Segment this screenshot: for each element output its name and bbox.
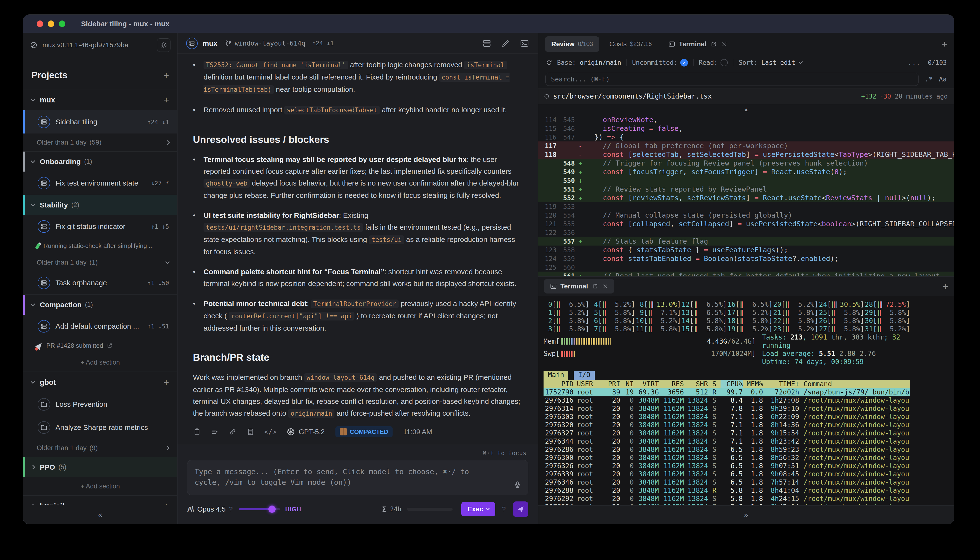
diff-line[interactable]: 549 + const [focusTrigger, setFocusTrigg…: [538, 167, 954, 176]
close-window-button[interactable]: [37, 20, 43, 27]
external-link-icon[interactable]: [592, 283, 598, 289]
zoom-window-button[interactable]: [59, 20, 65, 27]
diff-line[interactable]: 122556: [538, 228, 954, 237]
settings-button[interactable]: [157, 38, 171, 52]
document-icon[interactable]: [246, 428, 255, 436]
workspace-item[interactable]: Fix git status indicator↑1 ↓5: [23, 215, 177, 238]
add-section-button[interactable]: + Add section: [23, 353, 177, 372]
process-row[interactable]: 2976300root 200 3848M1162M13824 S 6.51.8…: [544, 454, 910, 462]
new-terminal-button[interactable]: +: [943, 282, 948, 291]
add-workspace-button[interactable]: +: [164, 378, 169, 387]
process-row[interactable]: 1752790root 3919 69.3G3656512 R 99.70.0 …: [544, 388, 910, 397]
effort-slider[interactable]: [239, 508, 280, 510]
section-row[interactable]: Compaction(1): [23, 295, 177, 315]
workspace-item[interactable]: Fix test environment state↓27 *: [23, 172, 177, 195]
older-group-row[interactable]: Older than 1 day(59): [23, 133, 177, 151]
project-row[interactable]: gbot+: [23, 372, 177, 393]
workspace-item[interactable]: Analyze Sharpe ratio metrics: [23, 416, 177, 439]
older-group-row[interactable]: Older than 1 day(1): [23, 253, 177, 271]
new-tab-button[interactable]: +: [942, 39, 947, 49]
process-row[interactable]: 2976346root 200 3848M1162M13824 S 6.51.8…: [544, 478, 910, 487]
tab-costs[interactable]: Costs$237.16: [603, 37, 658, 52]
send-button[interactable]: [513, 502, 528, 517]
diff-file-header[interactable]: src/browser/components/RightSidebar.tsx …: [538, 88, 954, 104]
tab-review[interactable]: Review 0/103: [545, 37, 599, 52]
edit-icon[interactable]: [501, 38, 510, 48]
add-section-button[interactable]: + Add section: [23, 477, 177, 495]
process-row[interactable]: 2976339root 200 3848M1162M13824 S 6.51.8…: [544, 470, 910, 478]
regex-toggle[interactable]: .*: [925, 75, 933, 83]
link-icon[interactable]: [229, 428, 237, 436]
tab-terminal[interactable]: Terminal: [662, 37, 734, 52]
collapse-sidebar-button[interactable]: «: [98, 510, 102, 519]
process-row[interactable]: 2976314root 200 3848M1162M13824 S 7.81.8…: [544, 405, 910, 413]
diff-line[interactable]: 123558 const { statsTabState } = useFeat…: [538, 245, 954, 254]
diff-line[interactable]: 120554 // Manual collapse state (persist…: [538, 211, 954, 220]
diff-line[interactable]: 561 + // Read last-used focused tab for …: [538, 272, 954, 277]
diff-line[interactable]: 550 +: [538, 176, 954, 185]
htop-tab-main[interactable]: Main: [544, 371, 569, 380]
read-checkbox[interactable]: [721, 59, 728, 66]
sort-select[interactable]: Last edit: [761, 59, 795, 66]
process-table-header[interactable]: PIDUSERPRINIVIRTRESSHRSCPU%MEM%TIME+Comm…: [544, 380, 910, 388]
process-row[interactable]: 2976316root 200 3848M1162M13824 S 8.41.8…: [544, 397, 910, 405]
search-input[interactable]: [545, 73, 918, 86]
process-row[interactable]: 2976286root 200 3848M1162M13824 S 6.51.8…: [544, 445, 910, 454]
refresh-icon[interactable]: [545, 59, 553, 66]
process-row[interactable]: 2976326root 200 3848M1162M13824 S 6.51.8…: [544, 462, 910, 470]
layout-icon[interactable]: [482, 38, 492, 48]
project-row[interactable]: httpjail+: [23, 495, 177, 505]
code-icon[interactable]: </>: [264, 428, 277, 436]
case-toggle[interactable]: Aa: [939, 75, 947, 83]
base-branch[interactable]: origin/main: [580, 59, 621, 66]
workspace-item[interactable]: Sidebar tiling↑24 ↓1: [23, 110, 177, 133]
diff-line[interactable]: 119553: [538, 202, 954, 211]
add-project-button[interactable]: +: [164, 71, 169, 80]
diff-line[interactable]: 551 + // Review stats reported by Review…: [538, 185, 954, 193]
process-row[interactable]: 2976294root 200 3848M1162M13824 S 5.81.8…: [544, 503, 910, 505]
diff-line[interactable]: 115546 isCreating = false,: [538, 124, 954, 133]
diff-line[interactable]: 124559 const statsTabEnabled = Boolean(s…: [538, 254, 954, 263]
diff-line[interactable]: 548 + // Trigger for focusing Review pan…: [538, 159, 954, 167]
diff-line[interactable]: 118 - const [selectedTab, setSelectedTab…: [538, 150, 954, 159]
diff-line[interactable]: 125560: [538, 263, 954, 272]
process-row[interactable]: 2976288root 200 3848M1162M13824 R 5.81.8…: [544, 487, 910, 495]
exec-button[interactable]: Exec: [461, 502, 495, 517]
workspace-item[interactable]: Add default compaction ...↑1 ↓51: [23, 315, 177, 338]
section-row[interactable]: PPO(5): [23, 457, 177, 477]
exec-help[interactable]: ?: [502, 505, 506, 513]
mic-icon[interactable]: [513, 480, 522, 489]
diff-line[interactable]: 121555 const [collapsed, setCollapsed] =…: [538, 220, 954, 228]
diff-line[interactable]: 117 - // Global tab preference (not per-…: [538, 142, 954, 150]
workspace-item[interactable]: Loss Prevention: [23, 393, 177, 416]
diff-line[interactable]: 114545 onReviewNote,: [538, 115, 954, 124]
process-row[interactable]: 2976320root 200 3848M1162M13824 S 7.11.8…: [544, 421, 910, 429]
terminal-output[interactable]: 0[6.5%]4[5.2%]8[13.0%]12[6.5%]16[6.5%]20…: [538, 296, 954, 505]
external-link-icon[interactable]: [711, 41, 717, 47]
process-row[interactable]: 2976303root 200 3848M1162M13824 S 7.11.8…: [544, 413, 910, 421]
older-group-row[interactable]: Older than 1 day(9): [23, 439, 177, 457]
process-row[interactable]: 2976344root 200 3848M1162M13824 S 7.11.8…: [544, 437, 910, 445]
htop-tab-io[interactable]: I/O: [574, 371, 595, 380]
section-row[interactable]: Stability(2): [23, 195, 177, 215]
workspace-item[interactable]: Task orphanage↑1 ↓50: [23, 271, 177, 295]
process-row[interactable]: 2976327root 200 3848M1162M13824 S 7.11.8…: [544, 429, 910, 437]
project-row[interactable]: mux+: [23, 89, 177, 110]
add-workspace-button[interactable]: +: [164, 95, 169, 105]
close-icon[interactable]: [721, 41, 728, 47]
model-selector[interactable]: Opus 4.5: [197, 505, 226, 513]
uncommitted-checkbox[interactable]: ✓: [680, 59, 688, 67]
diff-line[interactable]: 552 + const [reviewStats, setReviewStats…: [538, 193, 954, 202]
diff-line[interactable]: 557 + // Stats tab feature flag: [538, 237, 954, 245]
diff-line[interactable]: 116547 }) => {: [538, 133, 954, 142]
process-row[interactable]: 2976292root 200 3848M1162M13824 S 5.81.8…: [544, 495, 910, 503]
section-row[interactable]: Onboarding(1): [23, 151, 177, 172]
terminal-tab[interactable]: Terminal: [544, 279, 614, 293]
add-workspace-button[interactable]: +: [164, 502, 169, 505]
external-link-icon[interactable]: [107, 342, 113, 349]
expand-right-button[interactable]: »: [744, 510, 748, 519]
list-icon[interactable]: [211, 428, 219, 436]
terminal-icon[interactable]: [520, 38, 529, 48]
diff-view[interactable]: ▲ 114545 onReviewNote, 115546 isCreating…: [538, 104, 954, 277]
clipboard-icon[interactable]: [193, 428, 201, 436]
